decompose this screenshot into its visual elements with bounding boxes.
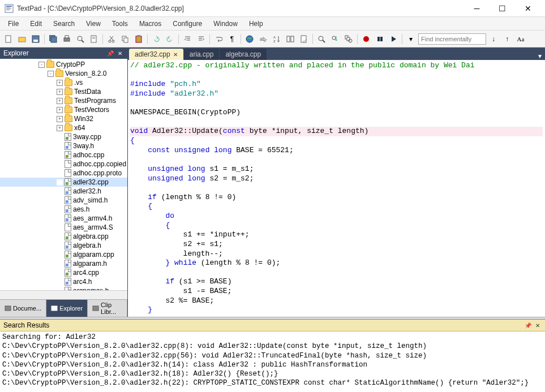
cut-button[interactable] <box>105 33 118 45</box>
search-result-line[interactable]: C:\Dev\CryptoPP\Version_8.2.0\adler32.cp… <box>2 351 543 360</box>
tree-file[interactable]: algebra.cpp <box>0 232 127 241</box>
find-in-files-button[interactable] <box>342 33 355 45</box>
tree-file[interactable]: adhoc.cpp <box>0 150 127 160</box>
editor-tab[interactable]: algebra.cpp <box>220 49 267 60</box>
tree-file[interactable]: adhoc.cpp.copied <box>0 160 127 169</box>
expand-icon[interactable]: + <box>57 107 63 113</box>
collapse-icon[interactable]: - <box>38 62 45 68</box>
menu-search[interactable]: Search <box>48 18 80 29</box>
search-result-line[interactable]: C:\Dev\CryptoPP\Version_8.2.0\adler32.h(… <box>2 378 543 387</box>
tree-folder[interactable]: +x64 <box>0 123 127 132</box>
tree-file[interactable]: aes_armv4.h <box>0 214 127 223</box>
side-tab[interactable]: Explorer <box>46 300 88 317</box>
find-next-button[interactable] <box>329 33 341 45</box>
open-file-button[interactable] <box>16 33 28 45</box>
search-results-body[interactable]: Searching for: Adler32C:\Dev\CryptoPP\Ve… <box>0 331 545 392</box>
match-case-button[interactable]: Aa <box>514 33 527 45</box>
tree-file[interactable]: aes_armv4.S <box>0 223 127 232</box>
search-result-line[interactable]: C:\Dev\CryptoPP\Version_8.2.0\adler32.cp… <box>2 342 543 351</box>
indent-right-button[interactable] <box>195 33 207 45</box>
tree-file[interactable]: algebra.h <box>0 241 127 250</box>
menu-configure[interactable]: Configure <box>167 18 208 29</box>
incremental-find-input[interactable] <box>418 33 486 45</box>
tree-folder[interactable]: +TestData <box>0 87 127 96</box>
run-tool-button[interactable] <box>298 33 310 45</box>
tree-folder[interactable]: +TestVectors <box>0 105 127 114</box>
tree-folder-version[interactable]: -Version_8.2.0 <box>0 69 127 78</box>
print-button[interactable] <box>61 33 73 45</box>
browser-button[interactable] <box>243 33 256 45</box>
tree-file[interactable]: 3way.h <box>0 141 127 150</box>
explorer-scrollbar[interactable] <box>0 290 127 299</box>
tree-file[interactable]: 3way.cpp <box>0 132 127 141</box>
menu-edit[interactable]: Edit <box>24 18 48 29</box>
play-macro-button[interactable] <box>387 33 400 45</box>
side-tab[interactable]: Docume... <box>0 300 46 317</box>
expand-icon[interactable]: + <box>57 98 63 104</box>
expand-icon[interactable]: + <box>57 116 63 122</box>
show-paragraph-button[interactable]: ¶ <box>226 33 238 45</box>
record-macro-button[interactable] <box>360 33 372 45</box>
file-tree[interactable]: -CryptoPP-Version_8.2.0+.vs+TestData+Tes… <box>0 59 127 290</box>
tree-file[interactable]: algparam.cpp <box>0 250 127 259</box>
editor-tab[interactable]: aria.cpp <box>184 49 220 60</box>
tab-overflow-icon[interactable]: ▾ <box>535 52 545 60</box>
copy-button[interactable] <box>119 33 131 45</box>
panel-pin-icon[interactable]: 📌 <box>524 321 532 329</box>
tree-file[interactable]: algparam.h <box>0 259 127 268</box>
minimize-button[interactable]: ─ <box>464 1 490 16</box>
word-wrap-button[interactable] <box>212 33 225 45</box>
toolbar-dropdown-icon[interactable]: ▾ <box>405 33 417 45</box>
search-result-line[interactable]: Searching for: Adler32 <box>2 333 543 342</box>
save-all-button[interactable] <box>47 33 59 45</box>
maximize-button[interactable]: ☐ <box>490 1 515 16</box>
panel-pin-icon[interactable]: 📌 <box>106 49 114 57</box>
find-button[interactable] <box>315 33 328 45</box>
paste-button[interactable] <box>132 33 145 45</box>
spellcheck-button[interactable]: ab <box>257 33 269 45</box>
tree-file[interactable]: adhoc.cpp.proto <box>0 169 127 178</box>
tree-file[interactable]: arc4.cpp <box>0 268 127 277</box>
undo-button[interactable] <box>150 33 162 45</box>
tree-file[interactable]: arc4.h <box>0 277 127 286</box>
tree-folder[interactable]: +Win32 <box>0 114 127 123</box>
collapse-icon[interactable]: - <box>48 71 54 77</box>
menu-help[interactable]: Help <box>243 18 269 29</box>
close-button[interactable]: ✕ <box>515 1 540 16</box>
tree-file[interactable]: adler32.h <box>0 187 127 196</box>
tree-folder[interactable]: +TestPrograms <box>0 96 127 105</box>
side-tab[interactable]: Clip Libr... <box>88 300 127 317</box>
expand-icon[interactable]: + <box>57 125 63 131</box>
stop-macro-button[interactable] <box>374 33 386 45</box>
print-preview-button[interactable] <box>74 33 87 45</box>
editor-tab[interactable]: adler32.cpp✕ <box>129 49 183 60</box>
save-button[interactable] <box>29 33 42 45</box>
tree-file[interactable]: adv_simd.h <box>0 196 127 205</box>
tree-folder-root[interactable]: -CryptoPP <box>0 60 127 69</box>
tree-file[interactable]: adler32.cpp <box>0 178 127 187</box>
expand-icon[interactable]: + <box>57 89 63 95</box>
tree-file[interactable]: argnames.h <box>0 286 127 290</box>
find-next-arrow-button[interactable]: ↑ <box>501 33 513 45</box>
new-file-button[interactable] <box>2 33 15 45</box>
menu-window[interactable]: Window <box>208 18 243 29</box>
redo-button[interactable] <box>164 33 176 45</box>
tree-folder[interactable]: +.vs <box>0 78 127 87</box>
find-prev-button[interactable]: ↓ <box>487 33 500 45</box>
menu-macros[interactable]: Macros <box>134 18 167 29</box>
indent-left-button[interactable] <box>181 33 194 45</box>
menu-tools[interactable]: Tools <box>106 18 134 29</box>
code-editor[interactable]: // adler32.cpp - originally written and … <box>128 60 545 317</box>
tab-close-icon[interactable]: ✕ <box>173 51 178 58</box>
expand-icon[interactable]: + <box>57 80 63 86</box>
compare-button[interactable] <box>284 33 297 45</box>
search-result-line[interactable]: C:\Dev\CryptoPP\Version_8.2.0\adler32.h(… <box>2 369 543 378</box>
properties-button[interactable] <box>88 33 100 45</box>
panel-close-icon[interactable]: ✕ <box>116 49 124 57</box>
search-result-line[interactable]: C:\Dev\CryptoPP\Version_8.2.0\adler32.h(… <box>2 360 543 369</box>
tree-file[interactable]: aes.h <box>0 205 127 214</box>
sort-button[interactable]: AZ <box>271 33 283 45</box>
panel-close-icon[interactable]: ✕ <box>534 321 542 329</box>
menu-view[interactable]: View <box>80 18 106 29</box>
menu-file[interactable]: File <box>2 18 24 29</box>
